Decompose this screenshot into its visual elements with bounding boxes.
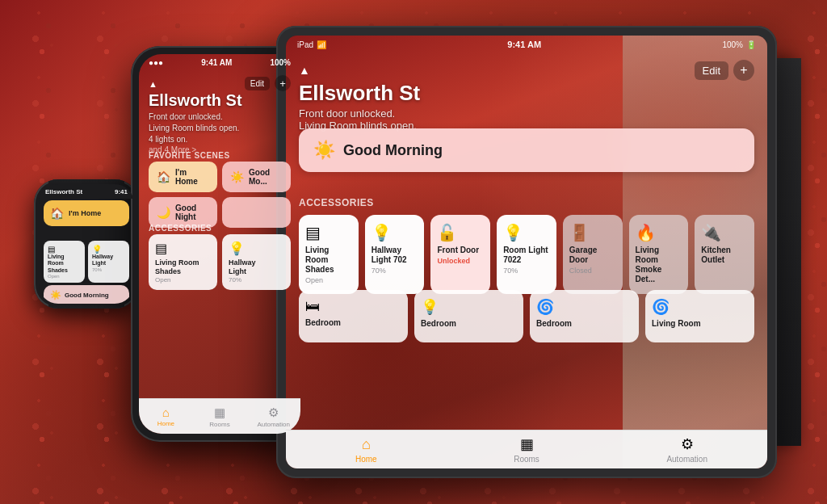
- ipad-battery-icon: 🔋: [746, 40, 756, 49]
- ipad-acc-hallway-light[interactable]: 💡 Hallway Light 702 70%: [365, 215, 425, 294]
- ipad-accessories-label: Accessories: [299, 197, 754, 208]
- iphone-edit-button[interactable]: Edit: [245, 77, 270, 90]
- iphone-rooms-tab-icon: ▦: [214, 405, 225, 420]
- iphone-time: 9:41 AM: [201, 58, 232, 67]
- watch-band-top: [48, 179, 124, 183]
- ipad-location-icon: ▲: [299, 64, 310, 77]
- watch-light-name: HallwayLight: [92, 254, 125, 267]
- ipad-living-name: Living Room: [652, 319, 701, 328]
- iphone-automation-tab-label: Automation: [257, 421, 289, 428]
- ipad-acc-front-door[interactable]: 🔓 Front Door Unlocked: [430, 215, 490, 294]
- ipad-acc-dining-light[interactable]: 💡 Room Light 7022 70%: [497, 215, 556, 294]
- ipad-room-bedroom-2[interactable]: 💡 Bedroom: [414, 290, 523, 342]
- iphone-tab-rooms[interactable]: ▦ Rooms: [193, 405, 247, 428]
- ipad-room-living[interactable]: 🌀 Living Room: [645, 290, 754, 342]
- iphone-scene-empty: [222, 197, 291, 228]
- iphone-acc-hallway[interactable]: 💡 HallwayLight 70%: [222, 234, 291, 290]
- iphone-subtitle-line3: 4 lights on.: [149, 135, 187, 144]
- ipad-bedroom1-name: Bedroom: [305, 318, 341, 327]
- ipad-location: ▲: [299, 64, 310, 77]
- iphone-scenes-label: Favorite Scenes: [149, 151, 230, 160]
- iphone-status-bar: ●●● 9:41 AM 100%: [139, 54, 300, 70]
- watch-scene-icon: 🏠: [50, 207, 64, 220]
- ipad-living-icon: 🌀: [652, 298, 670, 316]
- iphone-good-morning-label: Good Mo...: [249, 168, 283, 186]
- iphone-im-home-label: I'm Home: [175, 168, 209, 186]
- ipad-hallway-name: Hallway Light 702: [372, 246, 418, 265]
- apple-watch: Ellsworth St 9:41 🏠 I'm Home ▤ Living Ro…: [34, 179, 139, 309]
- ipad-room-bedroom-1[interactable]: 🛏 Bedroom: [299, 290, 408, 342]
- ipad-dining-status: 70%: [503, 267, 518, 275]
- iphone-scene-good-morning[interactable]: ☀️ Good Mo...: [222, 162, 291, 192]
- watch-screen: Ellsworth St 9:41 🏠 I'm Home ▤ Living Ro…: [39, 184, 134, 304]
- ipad-subtitle-line1: Front door unlocked.: [299, 107, 395, 120]
- iphone-rooms-tab-label: Rooms: [209, 421, 229, 428]
- ipad-edit-button[interactable]: Edit: [695, 61, 728, 80]
- ipad-acc-kitchen[interactable]: 🔌 Kitchen Outlet: [695, 215, 754, 294]
- watch-acc-light[interactable]: 💡 HallwayLight 70%: [88, 241, 129, 283]
- ipad-automation-tab-label: Automation: [666, 455, 707, 464]
- iphone-scene-im-home[interactable]: 🏠 I'm Home: [149, 162, 217, 192]
- ipad-hallway-status: 70%: [372, 267, 386, 275]
- ipad-wifi-icon: 📶: [317, 40, 326, 49]
- iphone-shades-icon: ▤: [155, 241, 211, 256]
- ipad-tab-bar: ⌂ Home ▦ Rooms ⚙ Automation: [286, 430, 767, 468]
- iphone-hallway-name: HallwayLight: [229, 258, 284, 276]
- ipad-scene-label: Good Morning: [343, 142, 443, 159]
- watch-shades-name: Living RoomShades: [48, 254, 81, 274]
- iphone-hallway-icon: 💡: [229, 241, 284, 256]
- iphone-good-night-icon: 🌙: [157, 206, 170, 219]
- watch-good-morning-button[interactable]: ☀️ Good Morning: [44, 285, 129, 304]
- ipad-bedroom2-icon: 💡: [421, 298, 439, 316]
- iphone-tab-home[interactable]: ⌂ Home: [139, 405, 193, 427]
- ipad-rooms-section: 🛏 Bedroom 💡 Bedroom 🌀 Bedroom 🌀 Living R…: [286, 290, 767, 342]
- iphone-tab-bar: ⌂ Home ▦ Rooms ⚙ Automation: [139, 398, 300, 434]
- ipad-dining-name: Room Light 7022: [503, 246, 550, 265]
- watch-scene-label: I'm Home: [69, 209, 101, 217]
- watch-shades-status: Open: [48, 274, 81, 279]
- iphone-scene-row-1: 🏠 I'm Home ☀️ Good Mo...: [149, 162, 291, 192]
- ipad-bedroom2-name: Bedroom: [421, 319, 456, 328]
- iphone-header: ▲ Edit + Ellsworth St Front door unlocke…: [139, 70, 300, 159]
- ipad-acc-shades[interactable]: ▤ Living Room Shades Open: [299, 215, 359, 294]
- ipad-tab-home[interactable]: ⌂ Home: [286, 436, 447, 464]
- iphone-accessories: ▤ Living RoomShades Open 💡 HallwayLight …: [149, 234, 291, 290]
- ipad-home-title: Ellsworth St: [299, 81, 754, 106]
- ipad-smoke-name: Living Room Smoke Det...: [636, 246, 682, 284]
- ipad-home-tab-label: Home: [355, 455, 377, 464]
- iphone-subtitle-line2: Living Room blinds open.: [149, 124, 239, 132]
- iphone-tab-automation[interactable]: ⚙ Automation: [246, 405, 300, 428]
- watch-gm-icon: ☀️: [50, 290, 61, 300]
- iphone-acc-shades[interactable]: ▤ Living RoomShades Open: [149, 234, 217, 290]
- ipad-garage-status: Closed: [569, 267, 592, 275]
- watch-light-status: 70%: [92, 267, 125, 272]
- ipad-hallway-icon: 💡: [372, 223, 392, 242]
- ipad-garage-icon: 🚪: [569, 223, 590, 242]
- ipad-shades-name: Living Room Shades: [305, 246, 352, 275]
- ipad-header-buttons: Edit +: [695, 60, 754, 81]
- ipad-rooms-grid: 🛏 Bedroom 💡 Bedroom 🌀 Bedroom 🌀 Living R…: [299, 290, 754, 342]
- ipad-bedroom1-icon: 🛏: [305, 298, 320, 315]
- iphone-subtitle-line1: Front door unlocked.: [149, 112, 223, 121]
- ipad-acc-garage[interactable]: 🚪 Garage Door Closed: [563, 215, 623, 294]
- watch-light-icon: 💡: [92, 245, 125, 254]
- watch-scene-button[interactable]: 🏠 I'm Home: [44, 200, 129, 226]
- ipad-good-morning-card[interactable]: ☀️ Good Morning: [299, 128, 754, 172]
- ipad-tab-rooms[interactable]: ▦ Rooms: [447, 435, 607, 464]
- ipad-acc-smoke[interactable]: 🔥 Living Room Smoke Det...: [629, 215, 689, 294]
- iphone-accessories-label: Accessories: [149, 224, 212, 233]
- iphone-location: ▲: [149, 76, 157, 90]
- iphone-home-tab-label: Home: [157, 420, 174, 427]
- iphone-subtitle: Front door unlocked. Living Room blinds …: [149, 111, 291, 145]
- ipad-add-button[interactable]: +: [733, 60, 754, 81]
- watch-acc-shades[interactable]: ▤ Living RoomShades Open: [44, 241, 85, 283]
- watch-accessories-row: ▤ Living RoomShades Open 💡 HallwayLight …: [44, 241, 129, 283]
- ipad-room-bedroom-3[interactable]: 🌀 Bedroom: [530, 290, 639, 342]
- ipad-status-left: iPad 📶: [297, 40, 326, 49]
- ipad-door-name: Front Door: [437, 246, 479, 255]
- ipad-time: 9:41 AM: [507, 40, 541, 49]
- ipad-location-row: ▲ Edit +: [299, 60, 754, 81]
- iphone-location-icon: ▲: [149, 79, 157, 89]
- ipad-dining-icon: 💡: [503, 223, 523, 242]
- ipad-tab-automation[interactable]: ⚙ Automation: [607, 435, 767, 464]
